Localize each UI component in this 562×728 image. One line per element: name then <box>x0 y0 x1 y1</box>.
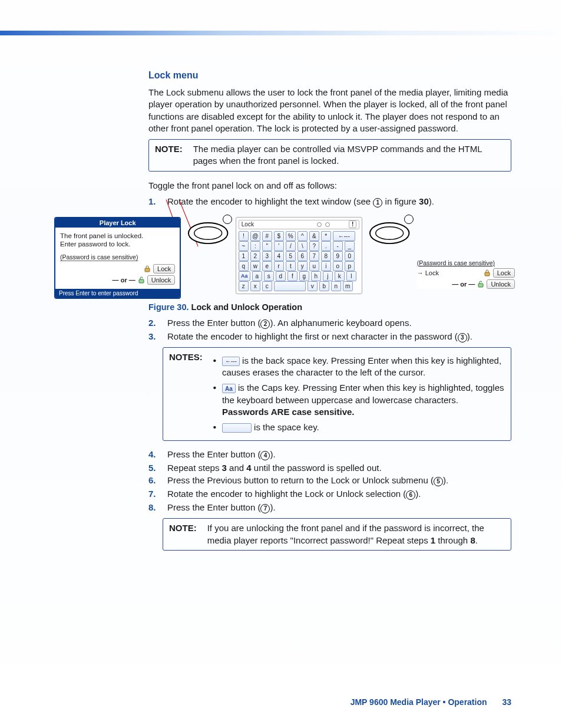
key-w[interactable]: w <box>250 261 260 271</box>
key-d[interactable]: d <box>276 271 286 281</box>
key-7[interactable]: 7 <box>309 251 319 261</box>
steps-list-b: 2. Press the Enter button (2). An alphan… <box>148 318 511 342</box>
key-c[interactable]: c <box>262 281 272 291</box>
caps-key-icon: Aa <box>222 384 236 393</box>
key-y[interactable]: y <box>297 261 308 271</box>
backspace-key[interactable]: ←--- <box>333 231 355 241</box>
key-\[interactable]: \ <box>297 241 308 251</box>
svg-rect-7 <box>478 284 483 287</box>
encoder-knob-1 <box>187 220 229 246</box>
key-o[interactable]: o <box>333 261 343 271</box>
key-4[interactable]: 4 <box>274 251 284 261</box>
key-3[interactable]: 3 <box>262 251 272 261</box>
onscreen-keyboard: Lock ! !@#$%^&*←---~:"'/\?.-_1234567890q… <box>236 217 362 294</box>
step-number: 2. <box>148 318 159 329</box>
note-box-1: NOTE: The media player can be controlled… <box>148 139 511 172</box>
callout-1-icon: 1 <box>373 198 382 207</box>
key-6[interactable]: 6 <box>297 251 308 261</box>
key-$[interactable]: $ <box>274 231 284 241</box>
key-.[interactable]: . <box>321 241 331 251</box>
key-x[interactable]: x <box>250 281 260 291</box>
step-number: 1. <box>148 196 159 207</box>
lock-button[interactable]: Lock <box>153 264 175 274</box>
space-key-icon <box>222 423 252 433</box>
key-n[interactable]: n <box>331 281 341 291</box>
step-text: Press the Previous button to return to t… <box>167 475 511 486</box>
callout-2-icon: 2 <box>260 319 270 329</box>
key-8[interactable]: 8 <box>321 251 331 261</box>
key-s[interactable]: s <box>264 271 274 281</box>
key-0[interactable]: 0 <box>345 251 355 261</box>
step-number: 6. <box>148 475 159 486</box>
key-h[interactable]: h <box>311 271 321 281</box>
key-^[interactable]: ^ <box>297 231 308 241</box>
step-text: Press the Enter button (4). <box>167 449 511 460</box>
key-:[interactable]: : <box>250 241 260 251</box>
key-m[interactable]: m <box>343 281 353 291</box>
key-v[interactable]: v <box>308 281 318 291</box>
callout-5-icon: 5 <box>434 477 443 486</box>
svg-rect-0 <box>145 268 150 272</box>
footer-title: JMP 9600 Media Player • Operation <box>351 697 487 707</box>
key-b[interactable]: b <box>319 281 329 291</box>
lock-button[interactable]: Lock <box>493 268 515 278</box>
panel-hint: (Password is case sensitive) <box>60 253 175 261</box>
key-_[interactable]: _ <box>345 241 355 251</box>
svg-rect-6 <box>485 272 490 276</box>
unlock-button[interactable]: Unlock <box>487 279 515 289</box>
key-a[interactable]: a <box>252 271 262 281</box>
note-label: NOTE: <box>169 522 197 546</box>
key-2[interactable]: 2 <box>250 251 260 261</box>
panel-title: Player Lock <box>55 218 180 228</box>
callout-7-icon: 7 <box>260 504 270 513</box>
key-f[interactable]: f <box>287 271 297 281</box>
key-r[interactable]: r <box>274 261 284 271</box>
key--[interactable]: - <box>333 241 343 251</box>
step-number: 5. <box>148 463 159 473</box>
space-key[interactable] <box>274 281 306 291</box>
caps-key[interactable]: Aa <box>239 271 250 281</box>
knob-button-icon <box>223 215 232 224</box>
key-*[interactable]: * <box>321 231 331 241</box>
panel-footer: Press Enter to enter password <box>55 289 180 298</box>
key-q[interactable]: q <box>239 261 249 271</box>
step-number: 4. <box>148 449 159 460</box>
lock-row: → Lock Lock <box>417 268 515 278</box>
key-t[interactable]: t <box>286 261 296 271</box>
key-~[interactable]: ~ <box>239 241 249 251</box>
key-%[interactable]: % <box>286 231 296 241</box>
key-@[interactable]: @ <box>250 231 260 241</box>
svg-rect-1 <box>139 279 144 283</box>
key-l[interactable]: l <box>346 271 356 281</box>
key-z[interactable]: z <box>239 281 249 291</box>
key-"[interactable]: " <box>262 241 272 251</box>
key-9[interactable]: 9 <box>333 251 343 261</box>
step-text: Press the Enter button (7). <box>167 502 511 513</box>
panel-hint: (Password is case sensitive) <box>417 259 515 266</box>
page-content: Lock menu The Lock submenu allows the us… <box>0 0 562 551</box>
key-5[interactable]: 5 <box>286 251 296 261</box>
key-k[interactable]: k <box>335 271 345 281</box>
key-i[interactable]: i <box>321 261 331 271</box>
keyboard-header: Lock ! <box>239 220 359 229</box>
key-&[interactable]: & <box>309 231 319 241</box>
section-heading: Lock menu <box>148 70 511 81</box>
key-#[interactable]: # <box>262 231 272 241</box>
page-footer: JMP 9600 Media Player • Operation 33 <box>351 697 511 707</box>
key-![interactable]: ! <box>239 231 249 241</box>
or-row: — or — Unlock <box>417 279 515 289</box>
key-?[interactable]: ? <box>309 241 319 251</box>
key-j[interactable]: j <box>323 271 333 281</box>
panel-msg-2: Enter password to lock. <box>60 241 175 248</box>
svg-point-5 <box>376 227 404 240</box>
key-1[interactable]: 1 <box>239 251 249 261</box>
key-p[interactable]: p <box>345 261 355 271</box>
note-item: Aa is the Caps key. Pressing Enter when … <box>213 382 505 418</box>
key-u[interactable]: u <box>309 261 319 271</box>
note-box-2: NOTES: ←--- is the back space key. Press… <box>163 347 511 442</box>
key-g[interactable]: g <box>299 271 309 281</box>
key-'[interactable]: ' <box>274 241 284 251</box>
unlock-button[interactable]: Unlock <box>147 275 176 285</box>
key-e[interactable]: e <box>262 261 272 271</box>
key-/[interactable]: / <box>286 241 296 251</box>
